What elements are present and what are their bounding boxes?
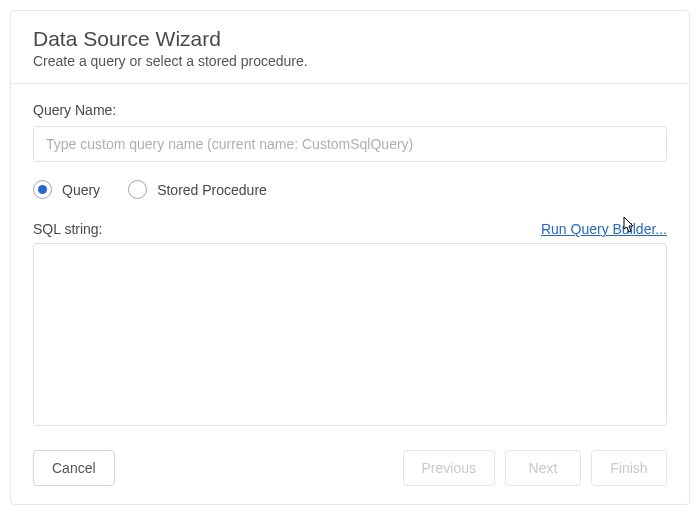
radio-query-label: Query bbox=[62, 182, 100, 198]
sql-header-row: SQL string: Run Query Builder... bbox=[33, 221, 667, 237]
data-source-wizard: Data Source Wizard Create a query or sel… bbox=[10, 10, 690, 505]
wizard-body: Query Name: Query Stored Procedure SQL s… bbox=[11, 84, 689, 436]
previous-button[interactable]: Previous bbox=[403, 450, 495, 486]
radio-selected-dot-icon bbox=[38, 185, 47, 194]
query-name-input[interactable] bbox=[33, 126, 667, 162]
next-button[interactable]: Next bbox=[505, 450, 581, 486]
radio-stored-procedure[interactable]: Stored Procedure bbox=[128, 180, 267, 199]
radio-button-icon bbox=[128, 180, 147, 199]
wizard-title: Data Source Wizard bbox=[33, 27, 667, 51]
run-query-builder-link[interactable]: Run Query Builder... bbox=[541, 221, 667, 237]
sql-string-label: SQL string: bbox=[33, 221, 103, 237]
wizard-footer: Cancel Previous Next Finish bbox=[11, 436, 689, 504]
radio-stored-procedure-label: Stored Procedure bbox=[157, 182, 267, 198]
wizard-subtitle: Create a query or select a stored proced… bbox=[33, 53, 667, 69]
query-name-label: Query Name: bbox=[33, 102, 667, 118]
radio-query[interactable]: Query bbox=[33, 180, 100, 199]
finish-button[interactable]: Finish bbox=[591, 450, 667, 486]
radio-button-icon bbox=[33, 180, 52, 199]
sql-string-textarea[interactable] bbox=[33, 243, 667, 426]
wizard-header: Data Source Wizard Create a query or sel… bbox=[11, 11, 689, 84]
footer-right-buttons: Previous Next Finish bbox=[403, 450, 667, 486]
cancel-button[interactable]: Cancel bbox=[33, 450, 115, 486]
query-type-radio-group: Query Stored Procedure bbox=[33, 180, 667, 199]
